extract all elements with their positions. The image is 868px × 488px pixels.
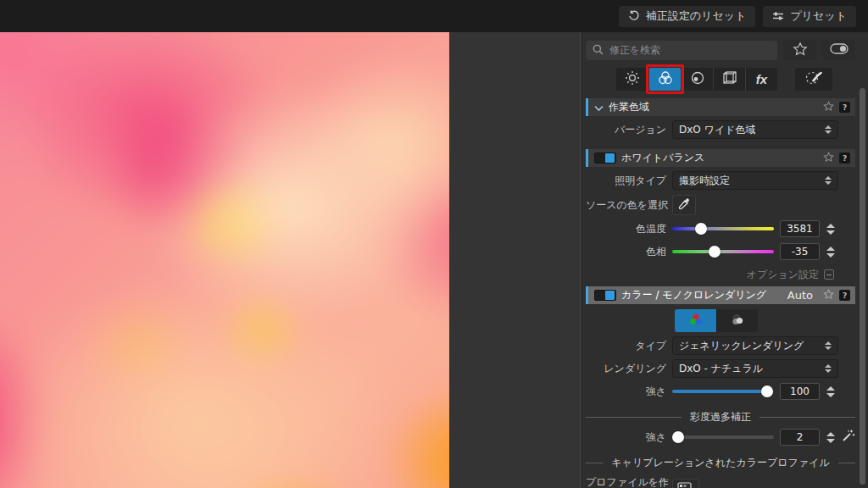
star-icon[interactable]: [823, 150, 834, 166]
panel-scrollbar[interactable]: [860, 88, 865, 485]
saturation-intensity-label: 強さ: [586, 430, 672, 445]
search-corrections-box[interactable]: [586, 41, 777, 60]
section-header-working-color-space[interactable]: 作業色域 ?: [586, 98, 855, 116]
stepper-up-icon[interactable]: [826, 247, 835, 251]
version-label: バージョン: [586, 123, 672, 137]
photo-blurred-flowers: [0, 32, 449, 488]
stepper-up-icon[interactable]: [826, 224, 835, 228]
presets-icon: [772, 10, 784, 22]
magic-wand-icon: [841, 429, 855, 446]
hue-value[interactable]: -35: [780, 243, 820, 260]
tab-color[interactable]: [648, 68, 681, 91]
favorites-filter-button[interactable]: [783, 40, 816, 60]
intensity-value[interactable]: 100: [780, 383, 820, 400]
chevron-down-icon: [594, 99, 604, 115]
slider-handle[interactable]: [761, 385, 773, 397]
search-icon: [593, 42, 604, 58]
reset-icon: [628, 10, 640, 22]
slider-handle[interactable]: [709, 246, 721, 258]
lighting-type-dropdown[interactable]: 撮影時設定: [672, 171, 838, 190]
rendering-dropdown[interactable]: DxO - ナチュラル: [672, 359, 838, 378]
collapse-options-icon[interactable]: [824, 269, 834, 280]
slider-handle[interactable]: [672, 431, 684, 443]
photo-canvas[interactable]: [0, 32, 449, 488]
intensity-slider[interactable]: [672, 390, 774, 393]
saturation-intensity-slider[interactable]: [672, 435, 774, 439]
calibrated-profile-divider: キャリブレーションされたカラープロファイル: [586, 456, 855, 469]
star-icon: [793, 42, 808, 59]
cube-icon: [721, 69, 738, 89]
stepper-up-icon[interactable]: [826, 432, 835, 436]
hue-label: 色相: [586, 245, 672, 259]
top-toolbar: 補正設定のリセット プリセット: [0, 0, 868, 32]
mono-mode-button[interactable]: [716, 309, 758, 332]
local-adjustments-button[interactable]: [795, 68, 832, 91]
section-title: 作業色域: [609, 100, 649, 114]
divider-title: キャリブレーションされたカラープロファイル: [611, 456, 829, 470]
color-temperature-label: 色温度: [586, 222, 672, 236]
auto-badge: Auto: [787, 289, 813, 302]
rendering-label: レンダリング: [586, 362, 672, 376]
help-icon[interactable]: ?: [839, 290, 850, 301]
help-icon[interactable]: ?: [839, 152, 850, 164]
stepper-down-icon[interactable]: [826, 393, 835, 397]
option-settings-label: オプション設定: [747, 268, 819, 282]
slider-handle[interactable]: [695, 223, 707, 235]
create-profile-label: プロファイルを作成: [586, 475, 672, 488]
stepper-down-icon[interactable]: [826, 230, 835, 235]
star-icon[interactable]: [823, 287, 834, 303]
version-dropdown[interactable]: DxO ワイド色域: [672, 120, 838, 139]
presets-button[interactable]: プリセット: [763, 6, 856, 27]
reset-corrections-button[interactable]: 補正設定のリセット: [619, 6, 756, 27]
corrections-panel: fx 作業色域 ?: [580, 32, 868, 488]
create-profile-button[interactable]: [672, 479, 699, 488]
fx-icon: fx: [756, 72, 767, 86]
color-mode-button[interactable]: [675, 309, 716, 332]
sun-icon: [624, 69, 641, 89]
version-value: DxO ワイド色域: [679, 123, 755, 137]
stepper-down-icon[interactable]: [826, 253, 835, 258]
type-value: ジェネリックレンダリング: [679, 339, 804, 353]
saturation-intensity-value[interactable]: 2: [780, 429, 820, 446]
help-icon[interactable]: ?: [839, 102, 850, 113]
color-temperature-value[interactable]: 3581: [780, 220, 820, 237]
color-rendering-toggle[interactable]: [594, 290, 616, 301]
tab-detail[interactable]: [681, 68, 713, 91]
lighting-type-value: 撮影時設定: [679, 174, 730, 188]
pick-source-color-label: ソースの色を選択: [586, 198, 672, 213]
eyedropper-button[interactable]: [672, 195, 696, 215]
hue-stepper[interactable]: [824, 247, 837, 258]
stepper-up-icon[interactable]: [826, 386, 835, 391]
stepper-down-icon[interactable]: [826, 439, 835, 443]
tool-tabs: fx: [586, 68, 855, 91]
section-title: カラー / モノクロレンダリング: [621, 288, 766, 302]
search-input[interactable]: [609, 44, 771, 56]
rendering-value: DxO - ナチュラル: [679, 362, 763, 376]
auto-correction-button[interactable]: [841, 429, 855, 446]
color-temperature-slider[interactable]: [672, 227, 774, 230]
tab-light[interactable]: [616, 68, 648, 91]
section-header-color-rendering[interactable]: カラー / モノクロレンダリング Auto ?: [586, 286, 855, 304]
reset-corrections-label: 補正設定のリセット: [646, 8, 747, 24]
detail-lens-icon: [689, 69, 706, 89]
type-dropdown[interactable]: ジェネリックレンダリング: [672, 336, 838, 355]
app-window: 補正設定のリセット プリセット: [0, 0, 868, 488]
star-icon[interactable]: [823, 99, 834, 115]
intensity-stepper[interactable]: [824, 386, 837, 397]
section-title: ホワイトバランス: [621, 151, 704, 165]
section-header-white-balance[interactable]: ホワイトバランス ?: [586, 149, 855, 167]
oversaturation-divider: 彩度過多補正: [586, 410, 855, 424]
presets-label: プリセット: [790, 8, 847, 24]
hue-slider[interactable]: [672, 250, 774, 253]
eyedropper-icon: [677, 197, 691, 214]
white-balance-toggle[interactable]: [594, 152, 616, 164]
saturation-stepper[interactable]: [824, 432, 837, 443]
divider-title: 彩度過多補正: [690, 410, 751, 424]
tab-geometry[interactable]: [713, 68, 745, 91]
color-temperature-stepper[interactable]: [824, 224, 837, 235]
active-corrections-toggle-button[interactable]: [822, 40, 855, 60]
tab-effects[interactable]: fx: [745, 68, 777, 91]
intensity-label: 強さ: [586, 385, 672, 399]
mono-circles-icon: [730, 313, 745, 329]
brush-icon: [804, 69, 824, 89]
